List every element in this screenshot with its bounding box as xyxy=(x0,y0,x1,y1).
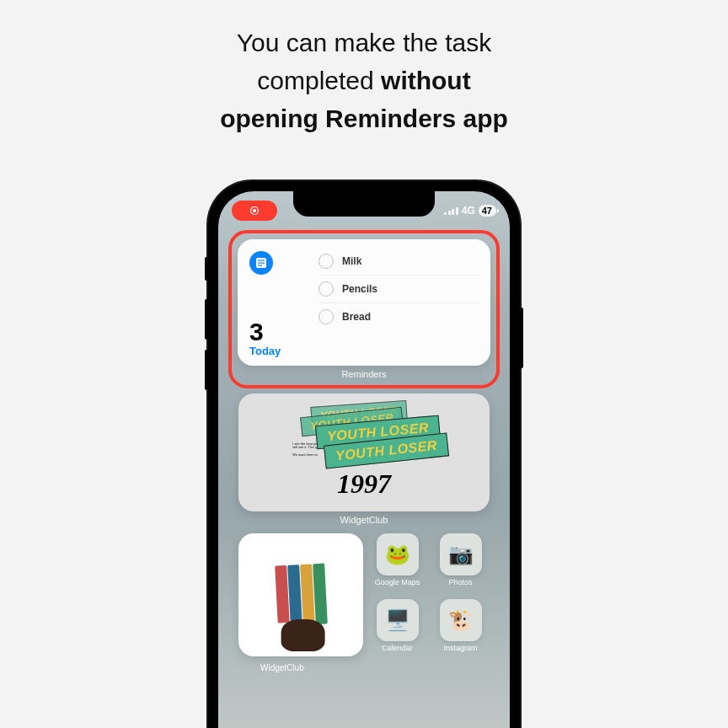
task-row[interactable]: Milk xyxy=(318,248,479,276)
svg-rect-5 xyxy=(258,265,262,266)
google-maps-app[interactable]: 🐸 xyxy=(377,533,419,575)
widgetclub-label: WidgetClub xyxy=(218,515,510,525)
widgetclub-widget[interactable]: I see the best part. I can still see it.… xyxy=(238,393,490,511)
task-checkbox[interactable] xyxy=(318,254,334,269)
app-label: Instagram xyxy=(443,644,477,652)
photos-app[interactable]: 📷 xyxy=(440,533,482,575)
reminders-icon xyxy=(249,251,273,275)
widgetclub-app-label: WidgetClub xyxy=(260,663,304,672)
reminders-widget[interactable]: 3 Today Milk Pencils Bread xyxy=(238,239,490,366)
phone-screen: 4G 47 3 Today Milk xyxy=(218,191,510,728)
today-label: Today xyxy=(249,345,307,357)
task-checkbox[interactable] xyxy=(318,281,334,297)
phone-frame: 4G 47 3 Today Milk xyxy=(208,181,520,728)
task-label: Bread xyxy=(342,311,371,323)
instagram-app[interactable]: 🐮 xyxy=(440,599,482,641)
reminders-widget-label: Reminders xyxy=(238,369,490,379)
power-button[interactable] xyxy=(520,308,523,368)
network-label: 4G xyxy=(462,205,475,217)
task-checkbox[interactable] xyxy=(318,309,334,324)
app-label: Calendar xyxy=(382,644,413,652)
svg-rect-4 xyxy=(258,263,265,264)
volume-up-button[interactable] xyxy=(205,299,208,340)
notch xyxy=(293,191,435,217)
task-row[interactable]: Bread xyxy=(318,303,479,330)
svg-rect-3 xyxy=(258,260,265,261)
reminders-count: 3 xyxy=(249,319,307,345)
year-text: 1997 xyxy=(337,468,391,500)
volume-down-button[interactable] xyxy=(205,350,208,390)
app-label: Google Maps xyxy=(375,578,420,586)
app-grid: 🐸 Google Maps 📷 Photos 🖥️ Calendar 🐮 Ins… xyxy=(238,533,490,656)
app-label: Photos xyxy=(448,578,472,586)
signal-icon xyxy=(444,206,458,215)
svg-point-1 xyxy=(253,209,256,212)
widgetclub-app-widget[interactable] xyxy=(238,533,363,656)
task-row[interactable]: Pencils xyxy=(318,276,479,303)
headline-text: You can make the task completed without … xyxy=(0,0,728,137)
task-label: Milk xyxy=(342,255,361,267)
calendar-app[interactable]: 🖥️ xyxy=(377,599,419,641)
highlight-frame: 3 Today Milk Pencils Bread xyxy=(228,230,500,388)
battery-indicator: 47 xyxy=(479,205,496,217)
screen-recording-indicator[interactable] xyxy=(232,201,277,221)
mute-switch[interactable] xyxy=(205,257,208,281)
task-label: Pencils xyxy=(342,283,377,295)
